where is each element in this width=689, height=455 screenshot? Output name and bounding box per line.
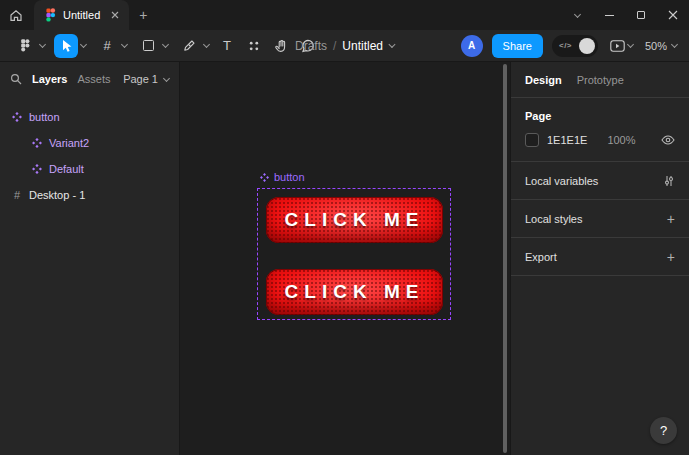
left-panel-header: Layers Assets Page 1 xyxy=(0,62,179,96)
move-tool[interactable] xyxy=(51,33,89,59)
component-icon xyxy=(32,164,42,174)
home-button[interactable] xyxy=(0,0,32,30)
chevron-down-icon xyxy=(80,41,87,48)
layer-name: Desktop - 1 xyxy=(29,189,85,201)
tab-title: Untitled xyxy=(63,9,100,21)
breadcrumb-file-name[interactable]: Untitled xyxy=(342,39,383,53)
window-minimize-button[interactable] xyxy=(593,0,625,30)
dev-mode-toggle[interactable]: </> xyxy=(552,35,598,57)
breadcrumb: Drafts / Untitled xyxy=(295,30,394,61)
click-me-button-variant[interactable]: CLICK ME xyxy=(266,269,443,315)
minimize-icon xyxy=(605,15,614,16)
local-styles-label: Local styles xyxy=(525,213,582,225)
page-opacity[interactable]: 100% xyxy=(607,134,635,146)
page-section: Page 1E1E1E 100% xyxy=(511,98,689,162)
visibility-toggle[interactable] xyxy=(661,135,675,145)
chevron-down-icon xyxy=(627,41,634,48)
titlebar: Untitled + xyxy=(0,0,689,30)
component-set-selection[interactable]: CLICK ME CLICK ME xyxy=(257,188,451,320)
canvas-scrollbar[interactable] xyxy=(503,64,507,453)
page-selector[interactable]: Page 1 xyxy=(123,73,169,85)
zoom-level: 50% xyxy=(645,40,667,52)
text-tool[interactable]: T xyxy=(215,34,239,58)
hand-icon xyxy=(275,39,288,53)
chevron-down-icon xyxy=(203,41,210,48)
component-set-icon xyxy=(12,112,22,122)
window-menu-button[interactable] xyxy=(561,0,593,30)
add-style-button[interactable]: + xyxy=(667,211,675,227)
click-me-button-variant[interactable]: CLICK ME xyxy=(266,197,443,243)
tab-design[interactable]: Design xyxy=(525,74,562,86)
titlebar-spacer xyxy=(157,0,561,30)
right-sidebar: Design Prototype Page 1E1E1E 100% Local … xyxy=(510,62,689,455)
window-maximize-button[interactable] xyxy=(625,0,657,30)
component-set-icon xyxy=(260,173,269,182)
button-label: CLICK ME xyxy=(285,281,425,303)
pen-icon xyxy=(177,34,201,58)
breadcrumb-project[interactable]: Drafts xyxy=(295,39,327,53)
sliders-icon[interactable] xyxy=(663,175,675,187)
figma-menu-icon xyxy=(13,34,37,58)
tab-prototype[interactable]: Prototype xyxy=(577,74,624,86)
file-tab[interactable]: Untitled xyxy=(34,0,129,30)
actions-tool[interactable] xyxy=(242,34,266,58)
hand-tool[interactable] xyxy=(269,34,293,58)
layers-list: button Variant2 Default # Desktop - xyxy=(0,96,179,208)
frame-icon: # xyxy=(12,189,22,201)
maximize-icon xyxy=(637,11,645,19)
layer-row-variant[interactable]: Variant2 xyxy=(0,130,179,156)
tab-layers[interactable]: Layers xyxy=(32,73,67,85)
shape-tool[interactable] xyxy=(133,33,171,59)
export-row[interactable]: Export + xyxy=(511,238,689,276)
page-color-hex[interactable]: 1E1E1E xyxy=(547,134,587,146)
pen-tool[interactable] xyxy=(174,33,212,59)
left-sidebar: Layers Assets Page 1 button xyxy=(0,62,180,455)
chevron-down-icon xyxy=(39,41,46,48)
share-button[interactable]: Share xyxy=(492,34,543,58)
zoom-control[interactable]: 50% xyxy=(645,40,679,52)
present-button[interactable] xyxy=(607,33,636,59)
tab-assets[interactable]: Assets xyxy=(77,73,110,85)
tab-close-icon[interactable] xyxy=(111,11,119,19)
right-panel-tabs: Design Prototype xyxy=(511,62,689,98)
layer-row-component-set[interactable]: button xyxy=(0,104,179,130)
close-icon xyxy=(668,10,678,20)
chevron-down-icon xyxy=(121,41,128,48)
local-variables-row[interactable]: Local variables xyxy=(511,162,689,200)
layer-row-frame[interactable]: # Desktop - 1 xyxy=(0,182,179,208)
new-tab-button[interactable]: + xyxy=(129,0,157,30)
frame-tool[interactable]: # xyxy=(92,33,130,59)
eye-icon xyxy=(661,135,675,145)
layer-row-variant[interactable]: Default xyxy=(0,156,179,182)
tools-group: # T xyxy=(10,33,320,59)
chevron-down-icon xyxy=(573,10,580,17)
home-icon xyxy=(9,9,23,22)
selection-label[interactable]: button xyxy=(260,171,305,183)
main-area: Layers Assets Page 1 button xyxy=(0,62,689,455)
chevron-down-icon xyxy=(671,41,678,48)
breadcrumb-separator: / xyxy=(333,39,336,53)
avatar[interactable]: A xyxy=(461,35,483,57)
color-swatch[interactable] xyxy=(525,133,539,147)
help-button[interactable]: ? xyxy=(650,417,677,444)
canvas[interactable]: button CLICK ME CLICK ME xyxy=(180,62,510,455)
component-icon xyxy=(32,138,42,148)
window-close-button[interactable] xyxy=(657,0,689,30)
page-color-row: 1E1E1E 100% xyxy=(525,133,675,147)
local-styles-row[interactable]: Local styles + xyxy=(511,200,689,238)
rectangle-icon xyxy=(136,34,160,58)
layer-name: Variant2 xyxy=(49,137,89,149)
search-icon[interactable] xyxy=(10,73,22,85)
dots-grid-icon xyxy=(248,40,260,52)
export-label: Export xyxy=(525,251,557,263)
figma-logo-icon xyxy=(46,8,56,22)
main-menu-button[interactable] xyxy=(10,33,48,59)
code-icon: </> xyxy=(559,41,572,50)
add-export-button[interactable]: + xyxy=(667,249,675,265)
present-play-icon xyxy=(610,40,625,52)
chevron-down-icon xyxy=(162,41,169,48)
page-section-title: Page xyxy=(525,110,675,122)
figma-app: Untitled + xyxy=(0,0,689,455)
chevron-down-icon[interactable] xyxy=(388,41,395,48)
layer-name: Default xyxy=(49,163,84,175)
